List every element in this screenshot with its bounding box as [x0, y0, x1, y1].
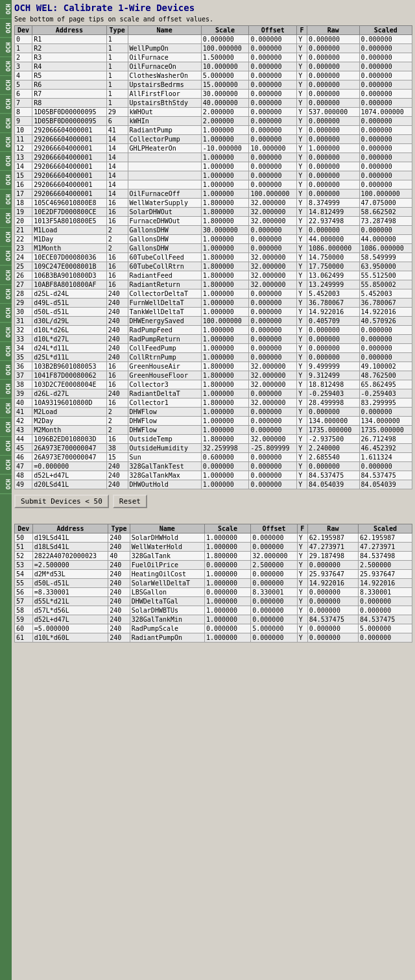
table-row[interactable]: 2410ECE07D000800361660TubeCollFeed1.8000…: [15, 253, 412, 262]
sidebar-label-6: OCH: [0, 95, 12, 114]
table-row[interactable]: 48d52L+d47L240328GalTankMax1.0000000.000…: [15, 471, 412, 480]
table-row[interactable]: 60=5.000000240RadPumpScale0.0000005.0000…: [15, 624, 412, 633]
table-row[interactable]: 371041F87D0008006216GreenHouseFloor1.800…: [15, 371, 412, 380]
table-row[interactable]: 59d52L+d47L240328GalTankMin1.0000000.000…: [15, 615, 412, 624]
sidebar-label-23: OCH: [0, 418, 12, 437]
table-row[interactable]: 1729206660400000114OilFurnaceOff1.000000…: [15, 190, 412, 199]
table-row[interactable]: 26106B3BA9010800D316RadiantFeed1.8000003…: [15, 271, 412, 280]
sidebar-label-2: OCH: [0, 19, 12, 38]
table-row[interactable]: 29d49L-d51L240FurnWellDeltaT1.0000000.00…: [15, 299, 412, 308]
table-row[interactable]: 91D05BF0D000000956kWHIn2.0000000.000000Y…: [15, 117, 412, 126]
page-title: OCH WEL: Calibrate 1-Wire Devices: [14, 3, 412, 13]
sidebar-label-22: OCH: [0, 399, 12, 418]
table-row[interactable]: 51d18LSd41L240WellWaterHold1.0000000.000…: [15, 543, 412, 552]
header-scaled-2: Scaled: [359, 524, 412, 533]
sidebar-label-9: OCH: [0, 152, 12, 171]
table-row[interactable]: 33d10L*d27L240RadPumpReturn1.0000000.000…: [15, 335, 412, 344]
table-row[interactable]: 4R51ClothesWasherOn5.0000000.000000Y0.00…: [15, 71, 412, 80]
table-row[interactable]: 21M1Load2GallonsDHW30.0000000.000000Y0.0…: [15, 226, 412, 235]
table-row[interactable]: 15292066604000001141.0000000.000000Y0.00…: [15, 171, 412, 180]
table-row[interactable]: 522822A4070200002340328GalTank1.80000032…: [15, 552, 412, 561]
table-row[interactable]: 13292066604000001141.0000000.000000Y0.00…: [15, 153, 412, 162]
table-row[interactable]: 34d24L*d11L240CollFeedPump1.0000000.0000…: [15, 344, 412, 353]
table-row[interactable]: 22M1Day2GallonsDHW1.0000000.000000Y44.00…: [15, 235, 412, 244]
table-row[interactable]: 55d50L-d51L240SolarWellDeltaT1.0000000.0…: [15, 579, 412, 588]
sidebar-label-17: OCH: [0, 304, 12, 323]
sidebar-label-4: OCH: [0, 57, 12, 76]
sidebar-label-19: OCH: [0, 342, 12, 361]
table-row[interactable]: 58d57L*d56L240SolarDHWBTUs1.0000000.0000…: [15, 606, 412, 615]
table-row[interactable]: 41M2Load2DHWFlow1.0000000.000000Y0.00000…: [15, 408, 412, 417]
table-row[interactable]: 441096B2ED0108003D16OutsideTemp1.8000003…: [15, 435, 412, 444]
table-row[interactable]: 5R61UpstairsBedrms15.0000000.000000Y0.00…: [15, 80, 412, 90]
table-row[interactable]: 81D05BF0D0000009529kWHOut2.0000000.00000…: [15, 108, 412, 117]
table-row[interactable]: 14292066604000001141.0000000.000000Y0.00…: [15, 162, 412, 171]
table-row[interactable]: 0R110.0000000.000000Y0.0000000.000000: [15, 35, 412, 44]
table-row[interactable]: 2R31OilFurnace1.5000000.000000Y0.0000000…: [15, 53, 412, 62]
table-row[interactable]: 7R81UpstairsBthStdy40.0000000.000000Y0.0…: [15, 99, 412, 108]
table-row[interactable]: 61d10L*d60L240RadiantPumpOn1.0000000.000…: [15, 633, 412, 643]
table-row[interactable]: 42M2Day2DHWFlow1.0000000.000000Y134.0000…: [15, 417, 412, 426]
table-row[interactable]: 1910E2DF7D000800CE16SolarDHWOut1.8000003…: [15, 208, 412, 217]
page-subtitle: See bottom of page tips on scale and off…: [14, 16, 412, 23]
table-row[interactable]: 32d10L*d26L240RadPumpFeed1.0000000.00000…: [15, 326, 412, 335]
table-row[interactable]: 43M2Month2DHWFlow1.0000000.000000Y1735.0…: [15, 426, 412, 435]
sidebar-label-24: OCH: [0, 437, 12, 456]
sidebar-label-26: OCH: [0, 475, 12, 494]
submit-button[interactable]: Submit Devices < 50: [14, 495, 109, 508]
sidebar-label-21: OCH: [0, 380, 12, 398]
sidebar-label-14: OCH: [0, 247, 12, 265]
table-row[interactable]: 30d50L-d51L240TankWellDeltaT1.0000000.00…: [15, 308, 412, 317]
table-row[interactable]: 16292066604000001141.0000000.000000Y0.00…: [15, 180, 412, 190]
header-name: Name: [128, 26, 201, 35]
sidebar-label-15: OCH: [0, 266, 12, 285]
table-row[interactable]: 49d20LSd41L240DHWOutHold1.0000000.000000…: [15, 480, 412, 489]
button-row: Submit Devices < 50 Reset: [14, 495, 412, 508]
sidebar-label-25: OCH: [0, 456, 12, 474]
header-f-2: F: [297, 524, 307, 533]
table-row[interactable]: 36103B2B960108005316GreenHouseAir1.80000…: [15, 362, 412, 371]
sidebar-label-7: OCH: [0, 114, 12, 133]
devices-table-1: Dev Address Type Name Scale Offset F Raw…: [14, 25, 412, 489]
table-row[interactable]: 35d25L*d11L240CollRtrnPump1.0000000.0000…: [15, 353, 412, 362]
table-row[interactable]: 4010A93196010800D16Collector11.80000032.…: [15, 398, 412, 408]
table-row[interactable]: 50d19LSd41L240SolarDHWHold1.0000000.0000…: [15, 533, 412, 543]
table-row[interactable]: 38103D2C7E0008004E16Collector31.80000032…: [15, 380, 412, 389]
header-dev: Dev: [15, 26, 32, 35]
header-name-2: Name: [130, 524, 204, 533]
table-row[interactable]: 28d25L-d24L240CollectorDeltaT1.0000000.0…: [15, 289, 412, 299]
table-row[interactable]: 201013F5A8010800E516FurnaceDHWOut1.80000…: [15, 217, 412, 226]
table-row[interactable]: 4526A973E70000004738OutsideHumidity32.25…: [15, 444, 412, 453]
reset-button[interactable]: Reset: [113, 495, 147, 508]
table-row[interactable]: 1129206660400000114CollectorPump1.000000…: [15, 135, 412, 144]
table-row[interactable]: 54d2M*d53L240HeatingOilCost1.0000000.000…: [15, 570, 412, 579]
table-row[interactable]: 25109C247E0008001B1660TubeCollRtrn1.8000…: [15, 262, 412, 271]
table-row[interactable]: 4626A973E70000004715Sun0.6000000.000000Y…: [15, 453, 412, 462]
table-row[interactable]: 56=8.330001240LBSGallon0.0000008.330001Y…: [15, 588, 412, 597]
table-row[interactable]: 53=2.500000240FuelOilPrice0.0000002.5000…: [15, 561, 412, 570]
table-row[interactable]: 2710ABF8A8010800AF16RadiantReturn1.80000…: [15, 280, 412, 289]
header-scale-2: Scale: [204, 524, 250, 533]
table-row[interactable]: 6R71AllFirstFloor30.0000000.000000Y0.000…: [15, 90, 412, 99]
sidebar-label-1: OCH: [0, 0, 12, 19]
table-row[interactable]: 3R41OilFurnaceOn10.0000000.000000Y0.0000…: [15, 62, 412, 71]
header-offset-2: Offset: [251, 524, 297, 533]
header-offset: Offset: [249, 26, 297, 35]
table-row[interactable]: 31d30L/d29L240DHWEnergySaved100.0000000.…: [15, 317, 412, 326]
sidebar-label-5: OCH: [0, 76, 12, 95]
table-row[interactable]: 1229206660400000114GHLPHeaterOn-10.00000…: [15, 144, 412, 153]
header-address: Address: [32, 26, 107, 35]
header-type-2: Type: [108, 524, 130, 533]
sidebar-label-3: OCH: [0, 38, 12, 57]
table-row[interactable]: 47=0.000000240328GalTankTest0.0000000.00…: [15, 462, 412, 471]
header-dev-2: Dev: [15, 524, 33, 533]
table-row[interactable]: 1029206660400000141RadiantPump1.0000000.…: [15, 126, 412, 135]
table-row[interactable]: 57d55L*d21L240DHWDeltaTGal1.0000000.0000…: [15, 597, 412, 606]
table-row[interactable]: 23M1Month2GallonsDHW1.0000000.000000Y108…: [15, 244, 412, 253]
sidebar-label-8: OCH: [0, 133, 12, 152]
sidebar-label-16: OCH: [0, 285, 12, 304]
table-row[interactable]: 1R21WellPumpOn100.0000000.000000Y0.00000…: [15, 44, 412, 53]
header-scale: Scale: [201, 26, 249, 35]
table-row[interactable]: 18105C4696010800E816WellWaterSupply1.800…: [15, 199, 412, 208]
table-row[interactable]: 39d26L-d27L240RadiantDeltaT1.0000000.000…: [15, 389, 412, 398]
